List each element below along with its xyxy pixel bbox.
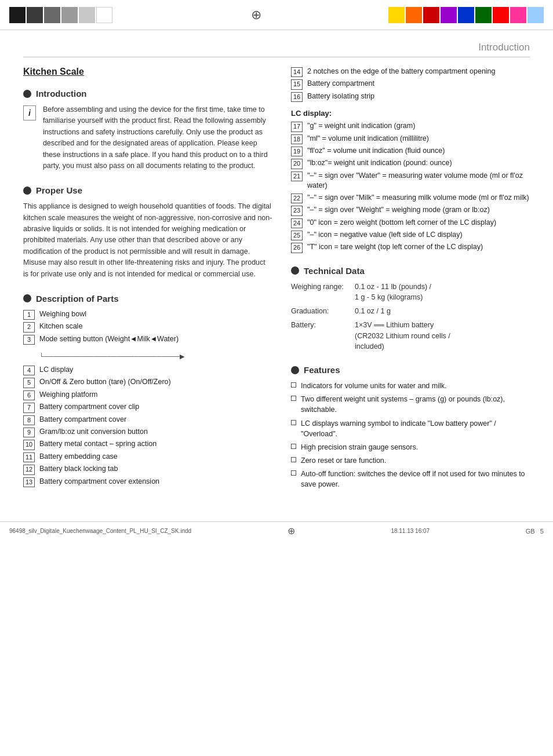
parts-list: 1 Weighing bowl 2 Kitchen scale 3 Mode s… <box>23 309 272 351</box>
list-item: 11 Battery embedding case <box>23 452 272 462</box>
list-item: LC displays warning symbol to indicate "… <box>291 418 530 439</box>
technical-data-heading: Technical Data <box>291 266 530 276</box>
feature-text: Indicators for volume units for water an… <box>301 381 447 391</box>
right-column: 14 2 notches on the edge of the battery … <box>291 67 530 492</box>
list-item: Two different weight unit systems – gram… <box>291 394 530 415</box>
list-item: 20 "lb:oz"= weight unit indication (poun… <box>291 158 530 169</box>
part-text: Weighing platform <box>39 390 98 400</box>
introduction-heading: Introduction <box>23 89 272 98</box>
part-number: 25 <box>291 231 303 240</box>
part-number: 9 <box>23 428 35 437</box>
part-number: 15 <box>291 79 303 89</box>
list-item: 25 "–" icon = negative value (left side … <box>291 230 530 240</box>
list-item: 8 Battery compartment cover <box>23 415 272 425</box>
part-number: 16 <box>291 92 303 102</box>
part-text: Battery black locking tab <box>39 464 118 474</box>
part-number: 12 <box>23 465 35 474</box>
color-swatch <box>96 7 112 23</box>
list-item: 4 LC display <box>23 365 272 375</box>
proper-use-heading: Proper Use <box>23 185 272 195</box>
description-of-parts-heading: Description of Parts <box>23 294 272 304</box>
page-number: GB 5 <box>526 528 544 535</box>
color-swatch <box>27 7 43 23</box>
proper-use-heading-text: Proper Use <box>36 185 82 195</box>
part-number: 4 <box>23 366 35 375</box>
bullet-icon <box>291 366 299 374</box>
color-swatch <box>423 7 439 23</box>
feature-bullet <box>291 396 296 401</box>
tech-row: Graduation: 0.1 oz / 1 g <box>291 306 530 317</box>
two-column-layout: Kitchen Scale Introduction i Before asse… <box>23 67 530 492</box>
page-title: Introduction <box>23 42 530 57</box>
part-text: "g" = weight unit indication (gram) <box>307 121 415 132</box>
part-text: "fl'oz" = volume unit indication (fluid … <box>307 146 445 156</box>
tech-row: Weighing range: 0.1 oz - 11 lb (pounds) … <box>291 282 530 304</box>
lc-display-heading: LC display: <box>291 109 530 118</box>
list-item: 17 "g" = weight unit indication (gram) <box>291 121 530 132</box>
part-number: 6 <box>23 390 35 400</box>
list-item: 1 Weighing bowl <box>23 309 272 320</box>
crosshair-center: ⊕ <box>124 8 388 23</box>
part-text: Battery metal contact – spring action <box>39 439 157 450</box>
bottom-bar: 96498_silv_Digitale_Kuechenwaage_Content… <box>0 521 553 540</box>
feature-bullet <box>291 420 296 425</box>
part-text: Kitchen scale <box>39 322 82 332</box>
color-swatch <box>388 7 405 23</box>
left-column: Kitchen Scale Introduction i Before asse… <box>23 67 272 492</box>
list-item: 19 "fl'oz" = volume unit indication (flu… <box>291 146 530 156</box>
part-text: Battery compartment cover extension <box>39 477 159 487</box>
tech-label: Weighing range: <box>291 282 355 304</box>
part-text: Gram/lb:oz unit conversion button <box>39 427 148 437</box>
part-text: "T" icon = tare weight (top left corner … <box>307 242 483 253</box>
color-squares-right <box>388 7 544 23</box>
part-text: Battery compartment cover clip <box>39 402 139 412</box>
feature-text: Zero reset or tare function. <box>301 455 386 466</box>
lc-display-list: 17 "g" = weight unit indication (gram) 1… <box>291 121 530 253</box>
color-squares-left <box>9 7 112 23</box>
top-colorbar: ⊕ <box>0 0 553 30</box>
part-number: 19 <box>291 147 303 156</box>
list-item: 7 Battery compartment cover clip <box>23 402 272 412</box>
part-number: 11 <box>23 452 35 462</box>
info-box: i Before assembling and using the device… <box>23 104 272 171</box>
list-item: 21 "–" = sign over "Water" = measuring w… <box>291 171 530 191</box>
list-item: Zero reset or tare function. <box>291 455 530 466</box>
color-swatch <box>475 7 492 23</box>
features-list: Indicators for volume units for water an… <box>291 381 530 490</box>
part-text: On/Off & Zero button (tare) (On/Off/Zero… <box>39 377 171 388</box>
list-item: High precision strain gauge sensors. <box>291 442 530 452</box>
tech-row: Battery: 1×3V ══ Lithium battery(CR2032 … <box>291 320 530 352</box>
feature-bullet <box>291 470 296 476</box>
file-name: 96498_silv_Digitale_Kuechenwaage_Content… <box>9 528 191 534</box>
technical-data-table: Weighing range: 0.1 oz - 11 lb (pounds) … <box>291 282 530 353</box>
part-number: 26 <box>291 243 303 253</box>
part-text: Battery embedding case <box>39 452 118 462</box>
color-swatch <box>9 7 26 23</box>
part-text: LC display <box>39 365 73 375</box>
color-swatch <box>61 7 78 23</box>
part-number: 18 <box>291 134 303 144</box>
list-item: 22 "–" = sign over "Milk" = measuring mi… <box>291 193 530 203</box>
feature-text: Two different weight unit systems – gram… <box>301 394 530 415</box>
color-swatch <box>441 7 457 23</box>
list-item: 6 Weighing platform <box>23 390 272 400</box>
feature-bullet <box>291 382 296 388</box>
tech-label: Battery: <box>291 320 355 352</box>
list-item: 16 Battery isolating strip <box>291 92 530 102</box>
color-swatch <box>79 7 95 23</box>
list-item: Auto-off function: switches the device o… <box>291 469 530 490</box>
feature-bullet <box>291 444 296 449</box>
list-item: 26 "T" icon = tare weight (top left corn… <box>291 242 530 253</box>
part-text: Battery isolating strip <box>307 92 374 102</box>
list-item: 13 Battery compartment cover extension <box>23 477 272 487</box>
bullet-icon <box>23 90 31 98</box>
list-item: 23 "–" = sign over "Weight" = weighing m… <box>291 205 530 216</box>
list-item: 10 Battery metal contact – spring action <box>23 439 272 450</box>
part-text: Battery compartment cover <box>39 415 126 425</box>
part-number: 21 <box>291 171 303 181</box>
color-swatch <box>493 7 509 23</box>
part-number: 2 <box>23 322 35 332</box>
part-text: "–" icon = negative value (left side of … <box>307 230 463 240</box>
list-item: Indicators for volume units for water an… <box>291 381 530 391</box>
bullet-icon <box>23 187 31 195</box>
